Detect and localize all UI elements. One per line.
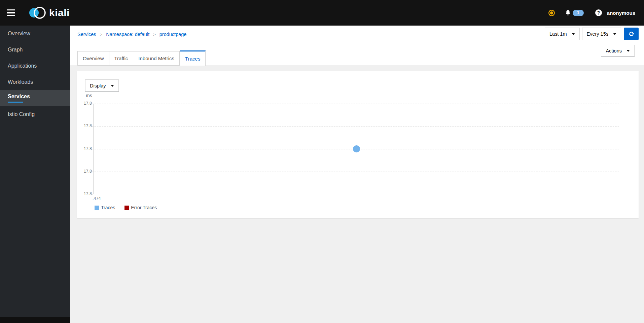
actions-dropdown[interactable]: Actions xyxy=(601,45,635,57)
tab-traffic[interactable]: Traffic xyxy=(109,51,134,66)
sidebar-item-applications[interactable]: Applications xyxy=(0,58,70,74)
chevron-right-icon: > xyxy=(149,32,159,37)
y-axis-tick-mark xyxy=(91,104,93,104)
y-axis-tick-label: 17.8 xyxy=(77,123,92,128)
gridline xyxy=(94,104,619,104)
active-nav-underline xyxy=(8,102,23,103)
caret-down-icon xyxy=(572,33,575,35)
y-axis-tick-mark xyxy=(91,194,93,194)
y-axis-tick-mark xyxy=(91,149,93,149)
caret-down-icon xyxy=(627,50,630,52)
breadcrumb: Services > Namespace: default > productp… xyxy=(77,32,186,37)
caret-down-icon xyxy=(613,33,616,35)
system-status-icon[interactable] xyxy=(550,11,553,14)
tab-label: Overview xyxy=(83,56,104,61)
sidebar-item-label: Workloads xyxy=(8,79,70,85)
content-area: Services > Namespace: default > productp… xyxy=(70,26,644,323)
bell-icon xyxy=(565,9,571,16)
gridline xyxy=(94,172,619,172)
y-axis-tick-label: 17.8 xyxy=(77,169,92,174)
help-icon[interactable]: ? xyxy=(595,9,602,16)
legend-swatch-icon xyxy=(95,206,99,210)
sidebar-item-workloads[interactable]: Workloads xyxy=(0,74,70,90)
masthead: kiali 1 ? anonymous xyxy=(0,0,644,26)
brand-name: kiali xyxy=(49,7,70,19)
plot-area xyxy=(93,104,619,194)
x-axis-tick-label: .474 xyxy=(93,196,101,201)
display-dropdown[interactable]: Display xyxy=(85,79,119,92)
legend-label: Error Traces xyxy=(131,205,157,210)
sidebar-item-label: Istio Config xyxy=(8,111,70,117)
tab-label: Traffic xyxy=(114,56,128,61)
y-axis-tick-label: 17.8 xyxy=(77,146,92,151)
y-axis-tick-label: 17.8 xyxy=(77,101,92,106)
tab-label: Traces xyxy=(185,56,200,62)
y-axis-unit-label: ms xyxy=(86,93,92,98)
time-toolbar: Last 1m Every 15s xyxy=(542,28,639,40)
legend-item[interactable]: Error Traces xyxy=(124,205,157,210)
legend-swatch-icon xyxy=(124,206,129,210)
tab-label: Inbound Metrics xyxy=(138,56,174,61)
sidebar-nav: Overview Graph Applications Workloads Se… xyxy=(0,26,70,317)
breadcrumb-link-services[interactable]: Services xyxy=(77,32,96,37)
kiali-logo-icon xyxy=(29,5,46,21)
tab-bar: Overview Traffic Inbound Metrics Traces xyxy=(77,50,206,66)
sidebar-item-services[interactable]: Services xyxy=(0,90,70,106)
tab-traces[interactable]: Traces xyxy=(180,50,206,66)
breadcrumb-link-productpage[interactable]: productpage xyxy=(159,32,187,37)
display-dropdown-label: Display xyxy=(90,83,106,88)
notification-count-badge: 1 xyxy=(573,10,584,16)
sidebar-item-label: Services xyxy=(8,94,70,100)
chevron-right-icon: > xyxy=(96,32,106,37)
tab-inbound-metrics[interactable]: Inbound Metrics xyxy=(133,51,180,66)
actions-dropdown-label: Actions xyxy=(606,48,622,53)
user-menu[interactable]: anonymous xyxy=(607,10,635,16)
sidebar-item-overview[interactable]: Overview xyxy=(0,26,70,42)
refresh-interval-label: Every 15s xyxy=(587,31,608,37)
gridline xyxy=(94,126,619,127)
legend-label: Traces xyxy=(101,205,115,210)
y-axis-tick-label: 17.8 xyxy=(77,191,92,196)
y-axis-tick-mark xyxy=(91,172,93,172)
notifications-button[interactable]: 1 xyxy=(565,9,584,16)
duration-dropdown-label: Last 1m xyxy=(549,31,567,37)
chart-legend: TracesError Traces xyxy=(95,205,157,210)
traces-chart-card: Display ms .474 TracesError Traces 17.81… xyxy=(77,71,639,218)
refresh-interval-dropdown[interactable]: Every 15s xyxy=(582,28,621,40)
sidebar-item-graph[interactable]: Graph xyxy=(0,42,70,58)
refresh-button[interactable] xyxy=(624,28,639,40)
sidebar-item-label: Overview xyxy=(8,31,70,37)
sidebar-item-istio-config[interactable]: Istio Config xyxy=(0,106,70,122)
tab-overview[interactable]: Overview xyxy=(77,51,109,66)
sidebar-footer xyxy=(0,317,70,323)
sidebar-item-label: Graph xyxy=(8,47,70,53)
kiali-logo[interactable]: kiali xyxy=(29,5,70,21)
masthead-right: 1 ? anonymous xyxy=(550,9,644,16)
breadcrumb-link-namespace[interactable]: Namespace: default xyxy=(106,32,149,37)
sidebar-item-label: Applications xyxy=(8,63,70,69)
caret-down-icon xyxy=(111,85,114,87)
y-axis-tick-mark xyxy=(91,126,93,127)
trace-data-point[interactable] xyxy=(353,145,360,152)
sync-icon xyxy=(628,31,635,37)
legend-item[interactable]: Traces xyxy=(95,205,115,210)
duration-dropdown[interactable]: Last 1m xyxy=(545,28,580,40)
hamburger-menu-icon[interactable] xyxy=(7,6,20,20)
